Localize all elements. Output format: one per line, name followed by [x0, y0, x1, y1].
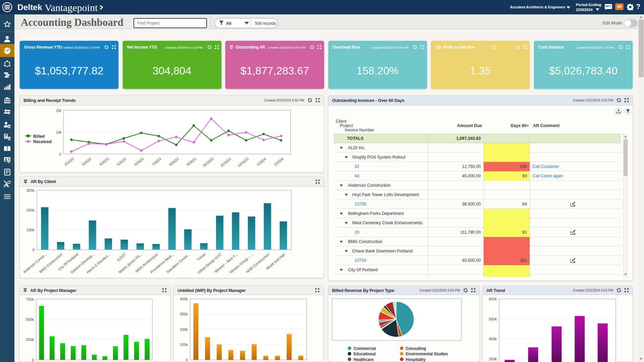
svg-text:8/2023: 8/2023: [168, 157, 179, 166]
svg-text:250k: 250k: [26, 338, 34, 342]
svg-text:11/2023: 11/2023: [219, 157, 232, 167]
svg-text:0: 0: [186, 358, 188, 362]
svg-text:Commercial: Commercial: [354, 346, 376, 351]
svg-text:0: 0: [32, 358, 34, 362]
svg-text:400k: 400k: [489, 337, 497, 341]
svg-text:1/2024: 1/2024: [256, 157, 267, 166]
svg-text:5/2023: 5/2023: [116, 157, 127, 166]
svg-text:300k: 300k: [26, 188, 35, 192]
svg-text:Hospitality: Hospitality: [406, 357, 426, 362]
svg-text:4/2023: 4/2023: [99, 157, 110, 166]
svg-text:9/2023: 9/2023: [186, 157, 197, 166]
svg-text:Educational: Educational: [354, 352, 376, 356]
svg-text:600k: 600k: [489, 317, 497, 321]
svg-text:2/2023: 2/2023: [63, 157, 74, 166]
svg-text:2M: 2M: [56, 109, 61, 113]
svg-text:400k: 400k: [180, 297, 188, 301]
svg-text:Consulting: Consulting: [406, 346, 426, 351]
svg-text:Environmental Studies: Environmental Studies: [406, 352, 448, 356]
svg-text:200k: 200k: [489, 357, 497, 361]
svg-text:6/2023: 6/2023: [133, 157, 145, 166]
svg-text:Billed: Billed: [33, 134, 45, 138]
svg-text:0: 0: [59, 152, 61, 156]
svg-text:0: 0: [33, 248, 35, 252]
svg-text:300k: 300k: [180, 312, 188, 316]
svg-text:10/2023: 10/2023: [202, 157, 214, 168]
svg-text:100k: 100k: [26, 228, 35, 232]
svg-text:1M: 1M: [56, 130, 61, 134]
svg-text:Healthcare: Healthcare: [354, 357, 374, 362]
svg-text:100k: 100k: [180, 343, 188, 347]
svg-text:Trimet: Trimet: [196, 252, 206, 261]
svg-text:750k: 750k: [26, 297, 34, 301]
svg-text:200k: 200k: [26, 208, 35, 212]
svg-text:7/2023: 7/2023: [151, 157, 162, 166]
svg-text:12/2023: 12/2023: [237, 157, 249, 168]
svg-text:Received: Received: [33, 139, 52, 144]
svg-text:2/2024: 2/2024: [273, 157, 284, 166]
svg-text:500k: 500k: [26, 317, 34, 321]
svg-text:ILDOT: ILDOT: [116, 252, 127, 262]
svg-text:800k: 800k: [489, 297, 497, 301]
svg-text:200k: 200k: [180, 327, 188, 331]
svg-text:3/2023: 3/2023: [81, 157, 92, 166]
